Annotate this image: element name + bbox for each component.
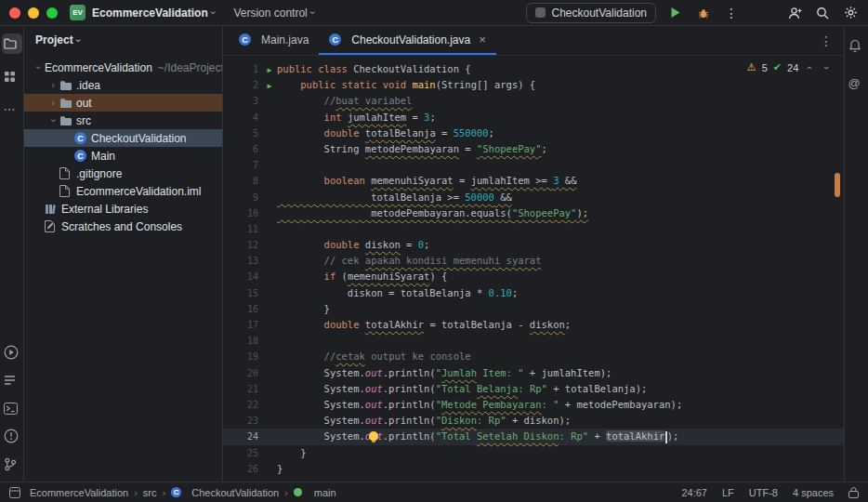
code-line-5[interactable]: 5 double totalBelanja = 550000; (223, 126, 844, 141)
project-tree-item-out[interactable]: ›out (24, 94, 222, 112)
run-gutter-icon[interactable]: ▶ (262, 77, 277, 93)
breadcrumb-checkoutvalidation[interactable]: CCheckoutValidation (171, 487, 279, 498)
code-line-3[interactable]: 3 //buat variabel (223, 93, 844, 109)
code-line-4[interactable]: 4 int jumlahItem = 3; (223, 110, 844, 126)
tab-options-icon[interactable]: ⋮ (820, 33, 844, 48)
vcs-widget[interactable]: Version control (233, 7, 307, 20)
code-line-22[interactable]: 22 System.out.println("Metode Pembayaran… (223, 397, 844, 413)
line-number[interactable]: 10 (223, 205, 262, 221)
code-line-26[interactable]: 26} (223, 461, 844, 477)
code-line-9[interactable]: 9 totalBelanja >= 50000 && (223, 190, 844, 205)
line-number[interactable]: 3 (223, 93, 262, 109)
line-number[interactable]: 16 (223, 301, 262, 317)
project-switcher[interactable]: EcommerceValidation (92, 7, 208, 20)
next-problem-icon[interactable]: › (821, 66, 830, 69)
prev-problem-icon[interactable]: › (805, 66, 814, 69)
code-line-23[interactable]: 23 System.out.println("Diskon: Rp" + dis… (223, 413, 844, 429)
line-number[interactable]: 2 (223, 77, 262, 93)
line-separator[interactable]: LF (722, 487, 734, 498)
code-line-24[interactable]: 24 System.out.println("Total Setelah Dis… (223, 429, 844, 444)
debug-bug-icon[interactable] (695, 5, 712, 21)
indent-style[interactable]: 4 spaces (793, 487, 834, 498)
file-encoding[interactable]: UTF-8 (749, 487, 778, 498)
code-area[interactable]: 1▶public class CheckoutValidation {2▶ pu… (223, 56, 844, 482)
project-panel-header[interactable]: Project › (24, 26, 222, 54)
project-tree-item-main[interactable]: CMain (24, 147, 222, 165)
stripe-terminal-button[interactable] (2, 398, 22, 418)
line-number[interactable]: 25 (223, 445, 262, 461)
caret-position[interactable]: 24:67 (681, 487, 707, 498)
tab-main-java[interactable]: CMain.java (229, 26, 319, 55)
line-number[interactable]: 11 (223, 221, 262, 237)
code-line-2[interactable]: 2▶ public static void main(String[] args… (223, 77, 844, 93)
line-number[interactable]: 20 (223, 365, 262, 381)
line-number[interactable]: 6 (223, 141, 262, 157)
code-line-10[interactable]: 10 metodePembayaran.equals("ShopeePay"); (223, 205, 844, 221)
line-number[interactable]: 23 (223, 413, 262, 429)
chevron-down-icon[interactable]: › (48, 114, 59, 127)
close-tab-icon[interactable]: × (479, 33, 486, 46)
code-line-11[interactable]: 11 (223, 221, 844, 237)
line-number[interactable]: 5 (223, 126, 262, 141)
line-number[interactable]: 4 (223, 110, 262, 126)
project-tree-item-idea[interactable]: ›.idea (24, 76, 222, 94)
breadcrumb-src[interactable]: src (143, 487, 157, 498)
chevron-right-icon[interactable]: › (46, 80, 59, 90)
code-line-15[interactable]: 15 diskon = totalBelanja * 0.10; (223, 285, 844, 301)
project-tree-item-ecommercevalidation-iml[interactable]: EcommerceValidation.iml (24, 182, 222, 200)
chevron-down-icon[interactable]: › (33, 61, 44, 74)
code-line-17[interactable]: 17 double totalAkhir = totalBelanja - di… (223, 317, 844, 333)
settings-gear-icon[interactable] (842, 5, 859, 21)
project-tree-item-gitignore[interactable]: .gitignore (24, 165, 222, 182)
minimize-button[interactable] (28, 7, 39, 19)
code-line-7[interactable]: 7 (223, 157, 844, 173)
code-line-20[interactable]: 20 System.out.println("Jumlah Item: " + … (223, 365, 844, 381)
code-line-12[interactable]: 12 double diskon = 0; (223, 237, 844, 253)
code-line-18[interactable]: 18 (223, 333, 844, 349)
search-icon[interactable] (814, 5, 831, 21)
line-number[interactable]: 9 (223, 190, 262, 205)
project-tree-item-checkoutvalidation[interactable]: CCheckoutValidation (24, 129, 222, 147)
line-number[interactable]: 17 (223, 317, 262, 333)
breadcrumb-ecommercevalidation[interactable]: EcommerceValidation (9, 487, 128, 498)
close-button[interactable] (9, 7, 20, 19)
stripe-ai-assistant-button[interactable]: @ (847, 73, 867, 93)
inspections-widget[interactable]: ⚠ 5 ✔ 24 › › (747, 61, 831, 73)
add-user-icon[interactable] (786, 5, 803, 21)
stripe-git-branch-button[interactable] (2, 454, 22, 474)
stripe-todo-button[interactable] (2, 370, 22, 390)
code-line-25[interactable]: 25 } (223, 445, 844, 461)
project-tree-item-external-libraries[interactable]: External Libraries (24, 200, 222, 218)
intention-bulb-icon[interactable] (369, 431, 378, 441)
more-actions-icon[interactable]: ⋮ (723, 5, 740, 21)
line-number[interactable]: 12 (223, 237, 262, 253)
line-number[interactable]: 13 (223, 253, 262, 269)
chevron-right-icon[interactable]: › (46, 98, 59, 108)
tab-checkoutvalidation-java[interactable]: CCheckoutValidation.java× (319, 26, 495, 55)
stripe-problems-button[interactable] (2, 426, 22, 446)
code-line-6[interactable]: 6 String metodePembayaran = "ShopeePay"; (223, 141, 844, 157)
line-number[interactable]: 14 (223, 269, 262, 284)
run-play-icon[interactable] (667, 5, 684, 21)
code-line-8[interactable]: 8 boolean memenuhiSyarat = jumlahItem >=… (223, 173, 844, 189)
project-tree-item-src[interactable]: ›src (24, 112, 222, 129)
line-number[interactable]: 15 (223, 285, 262, 301)
line-number[interactable]: 19 (223, 349, 262, 364)
scrollbar-warning-marker[interactable] (835, 173, 840, 197)
stripe-notifications-button[interactable] (847, 35, 867, 56)
stripe-run-button[interactable] (2, 342, 22, 363)
stripe-project-folder-button[interactable] (2, 33, 22, 54)
line-number[interactable]: 1 (223, 61, 262, 77)
code-line-21[interactable]: 21 System.out.println("Total Belanja: Rp… (223, 381, 844, 397)
code-line-19[interactable]: 19 //cetak output ke console (223, 349, 844, 364)
line-number[interactable]: 24 (223, 429, 262, 444)
breadcrumb-main[interactable]: main (294, 487, 336, 498)
zoom-button[interactable] (46, 7, 58, 19)
line-number[interactable]: 26 (223, 461, 262, 477)
line-number[interactable]: 7 (223, 157, 262, 173)
stripe-more-tools-button[interactable]: ⋯ (2, 99, 22, 119)
project-tree-item-ecommercevalidation[interactable]: ›EcommerceValidation~/IdeaProject (24, 59, 222, 76)
line-number[interactable]: 22 (223, 397, 262, 413)
stripe-structure-button[interactable] (2, 66, 22, 86)
code-line-14[interactable]: 14 if (memenuhiSyarat) { (223, 269, 844, 284)
